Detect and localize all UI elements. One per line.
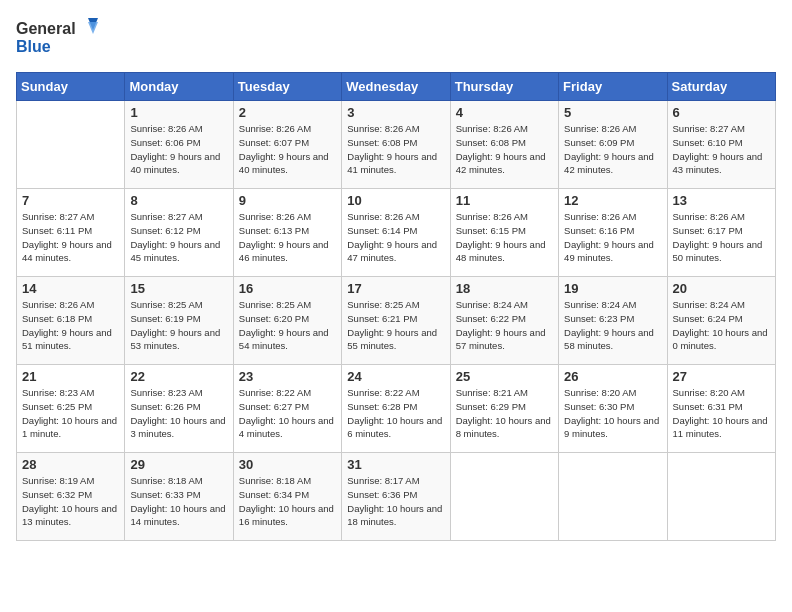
weekday-header-thursday: Thursday — [450, 73, 558, 101]
day-cell: 2Sunrise: 8:26 AMSunset: 6:07 PMDaylight… — [233, 101, 341, 189]
day-info: Sunrise: 8:18 AMSunset: 6:34 PMDaylight:… — [239, 474, 336, 529]
day-cell — [450, 453, 558, 541]
day-info: Sunrise: 8:26 AMSunset: 6:18 PMDaylight:… — [22, 298, 119, 353]
day-number: 5 — [564, 105, 661, 120]
weekday-header-monday: Monday — [125, 73, 233, 101]
calendar-table: SundayMondayTuesdayWednesdayThursdayFrid… — [16, 72, 776, 541]
day-number: 2 — [239, 105, 336, 120]
day-info: Sunrise: 8:20 AMSunset: 6:31 PMDaylight:… — [673, 386, 770, 441]
day-cell — [559, 453, 667, 541]
day-info: Sunrise: 8:26 AMSunset: 6:17 PMDaylight:… — [673, 210, 770, 265]
day-cell: 27Sunrise: 8:20 AMSunset: 6:31 PMDayligh… — [667, 365, 775, 453]
logo-svg: GeneralBlue — [16, 16, 106, 60]
page-header: GeneralBlue — [16, 16, 776, 60]
day-number: 28 — [22, 457, 119, 472]
day-info: Sunrise: 8:26 AMSunset: 6:09 PMDaylight:… — [564, 122, 661, 177]
day-number: 13 — [673, 193, 770, 208]
day-number: 18 — [456, 281, 553, 296]
day-number: 8 — [130, 193, 227, 208]
day-number: 6 — [673, 105, 770, 120]
logo: GeneralBlue — [16, 16, 106, 60]
weekday-header-friday: Friday — [559, 73, 667, 101]
day-cell: 17Sunrise: 8:25 AMSunset: 6:21 PMDayligh… — [342, 277, 450, 365]
day-info: Sunrise: 8:25 AMSunset: 6:19 PMDaylight:… — [130, 298, 227, 353]
day-cell: 31Sunrise: 8:17 AMSunset: 6:36 PMDayligh… — [342, 453, 450, 541]
day-cell — [667, 453, 775, 541]
svg-text:Blue: Blue — [16, 38, 51, 55]
day-info: Sunrise: 8:26 AMSunset: 6:07 PMDaylight:… — [239, 122, 336, 177]
day-info: Sunrise: 8:26 AMSunset: 6:06 PMDaylight:… — [130, 122, 227, 177]
day-cell: 29Sunrise: 8:18 AMSunset: 6:33 PMDayligh… — [125, 453, 233, 541]
day-cell — [17, 101, 125, 189]
day-cell: 15Sunrise: 8:25 AMSunset: 6:19 PMDayligh… — [125, 277, 233, 365]
day-number: 27 — [673, 369, 770, 384]
day-info: Sunrise: 8:23 AMSunset: 6:26 PMDaylight:… — [130, 386, 227, 441]
day-number: 26 — [564, 369, 661, 384]
day-number: 31 — [347, 457, 444, 472]
day-cell: 22Sunrise: 8:23 AMSunset: 6:26 PMDayligh… — [125, 365, 233, 453]
day-info: Sunrise: 8:26 AMSunset: 6:13 PMDaylight:… — [239, 210, 336, 265]
weekday-header-saturday: Saturday — [667, 73, 775, 101]
day-number: 20 — [673, 281, 770, 296]
day-number: 14 — [22, 281, 119, 296]
day-cell: 30Sunrise: 8:18 AMSunset: 6:34 PMDayligh… — [233, 453, 341, 541]
day-cell: 26Sunrise: 8:20 AMSunset: 6:30 PMDayligh… — [559, 365, 667, 453]
day-number: 17 — [347, 281, 444, 296]
day-number: 19 — [564, 281, 661, 296]
day-number: 10 — [347, 193, 444, 208]
day-number: 15 — [130, 281, 227, 296]
week-row-1: 1Sunrise: 8:26 AMSunset: 6:06 PMDaylight… — [17, 101, 776, 189]
day-number: 9 — [239, 193, 336, 208]
day-info: Sunrise: 8:18 AMSunset: 6:33 PMDaylight:… — [130, 474, 227, 529]
svg-text:General: General — [16, 20, 76, 37]
week-row-2: 7Sunrise: 8:27 AMSunset: 6:11 PMDaylight… — [17, 189, 776, 277]
day-number: 24 — [347, 369, 444, 384]
day-number: 1 — [130, 105, 227, 120]
day-info: Sunrise: 8:26 AMSunset: 6:15 PMDaylight:… — [456, 210, 553, 265]
day-info: Sunrise: 8:26 AMSunset: 6:14 PMDaylight:… — [347, 210, 444, 265]
day-cell: 7Sunrise: 8:27 AMSunset: 6:11 PMDaylight… — [17, 189, 125, 277]
day-info: Sunrise: 8:20 AMSunset: 6:30 PMDaylight:… — [564, 386, 661, 441]
day-cell: 9Sunrise: 8:26 AMSunset: 6:13 PMDaylight… — [233, 189, 341, 277]
day-number: 25 — [456, 369, 553, 384]
day-cell: 5Sunrise: 8:26 AMSunset: 6:09 PMDaylight… — [559, 101, 667, 189]
day-info: Sunrise: 8:26 AMSunset: 6:08 PMDaylight:… — [347, 122, 444, 177]
day-info: Sunrise: 8:25 AMSunset: 6:20 PMDaylight:… — [239, 298, 336, 353]
week-row-4: 21Sunrise: 8:23 AMSunset: 6:25 PMDayligh… — [17, 365, 776, 453]
day-cell: 25Sunrise: 8:21 AMSunset: 6:29 PMDayligh… — [450, 365, 558, 453]
day-cell: 8Sunrise: 8:27 AMSunset: 6:12 PMDaylight… — [125, 189, 233, 277]
day-number: 11 — [456, 193, 553, 208]
day-number: 7 — [22, 193, 119, 208]
day-cell: 19Sunrise: 8:24 AMSunset: 6:23 PMDayligh… — [559, 277, 667, 365]
day-number: 23 — [239, 369, 336, 384]
day-info: Sunrise: 8:22 AMSunset: 6:27 PMDaylight:… — [239, 386, 336, 441]
day-cell: 14Sunrise: 8:26 AMSunset: 6:18 PMDayligh… — [17, 277, 125, 365]
svg-marker-2 — [88, 22, 98, 34]
day-info: Sunrise: 8:19 AMSunset: 6:32 PMDaylight:… — [22, 474, 119, 529]
day-cell: 28Sunrise: 8:19 AMSunset: 6:32 PMDayligh… — [17, 453, 125, 541]
day-number: 29 — [130, 457, 227, 472]
day-cell: 16Sunrise: 8:25 AMSunset: 6:20 PMDayligh… — [233, 277, 341, 365]
day-number: 3 — [347, 105, 444, 120]
day-info: Sunrise: 8:22 AMSunset: 6:28 PMDaylight:… — [347, 386, 444, 441]
weekday-header-tuesday: Tuesday — [233, 73, 341, 101]
day-number: 30 — [239, 457, 336, 472]
day-cell: 21Sunrise: 8:23 AMSunset: 6:25 PMDayligh… — [17, 365, 125, 453]
day-info: Sunrise: 8:27 AMSunset: 6:11 PMDaylight:… — [22, 210, 119, 265]
day-cell: 1Sunrise: 8:26 AMSunset: 6:06 PMDaylight… — [125, 101, 233, 189]
day-info: Sunrise: 8:24 AMSunset: 6:24 PMDaylight:… — [673, 298, 770, 353]
day-cell: 4Sunrise: 8:26 AMSunset: 6:08 PMDaylight… — [450, 101, 558, 189]
week-row-5: 28Sunrise: 8:19 AMSunset: 6:32 PMDayligh… — [17, 453, 776, 541]
day-info: Sunrise: 8:17 AMSunset: 6:36 PMDaylight:… — [347, 474, 444, 529]
day-info: Sunrise: 8:27 AMSunset: 6:10 PMDaylight:… — [673, 122, 770, 177]
day-cell: 12Sunrise: 8:26 AMSunset: 6:16 PMDayligh… — [559, 189, 667, 277]
day-info: Sunrise: 8:24 AMSunset: 6:22 PMDaylight:… — [456, 298, 553, 353]
day-cell: 10Sunrise: 8:26 AMSunset: 6:14 PMDayligh… — [342, 189, 450, 277]
day-info: Sunrise: 8:24 AMSunset: 6:23 PMDaylight:… — [564, 298, 661, 353]
weekday-header-row: SundayMondayTuesdayWednesdayThursdayFrid… — [17, 73, 776, 101]
day-cell: 20Sunrise: 8:24 AMSunset: 6:24 PMDayligh… — [667, 277, 775, 365]
day-cell: 3Sunrise: 8:26 AMSunset: 6:08 PMDaylight… — [342, 101, 450, 189]
day-info: Sunrise: 8:25 AMSunset: 6:21 PMDaylight:… — [347, 298, 444, 353]
day-info: Sunrise: 8:27 AMSunset: 6:12 PMDaylight:… — [130, 210, 227, 265]
day-number: 4 — [456, 105, 553, 120]
